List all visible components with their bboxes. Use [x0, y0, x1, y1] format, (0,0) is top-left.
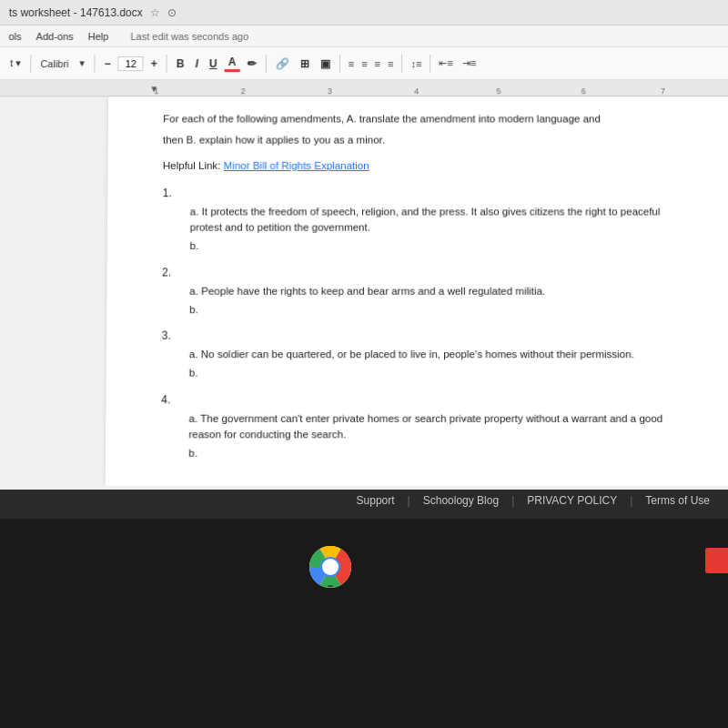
- toolbar-sep-7: [430, 55, 430, 73]
- font-size-minus[interactable]: −: [101, 56, 115, 71]
- item-4-number: 4.: [161, 391, 677, 408]
- toolbar-sep-4: [265, 55, 266, 73]
- item-4-sub-a: a. The government can't enter private ho…: [188, 410, 678, 442]
- ruler-mark-2: 2: [241, 86, 246, 96]
- amendment-item-3: 3. a. No soldier can be quartered, or be…: [161, 328, 677, 382]
- item-4-a-label: a.: [188, 412, 200, 423]
- footer-sep-1: |: [408, 494, 410, 507]
- footer-sep-2: |: [511, 494, 514, 507]
- ruler-marks: 1 2 3 4 5 6 7 ▼: [0, 80, 728, 96]
- amendment-item-1: 1. a. It protects the freedom of speech,…: [162, 185, 676, 255]
- red-notification-button[interactable]: [705, 548, 728, 573]
- toolbar: t ▾ Calibri ▾ − 12 + B I U A ✏ 🔗 ⊞ ▣ ≡ ≡…: [0, 47, 728, 80]
- menu-addons[interactable]: Add-ons: [36, 31, 74, 42]
- menu-help[interactable]: Help: [88, 31, 109, 42]
- align-right[interactable]: ≡: [372, 57, 383, 70]
- footer-privacy[interactable]: PRIVACY POLICY: [527, 494, 617, 507]
- cloud-icon: ⊙: [167, 5, 177, 18]
- ruler-mark-7: 7: [661, 86, 665, 96]
- item-1-a-text: It protects the freedom of speech, relig…: [190, 206, 661, 233]
- font-size-input[interactable]: 12: [118, 56, 144, 71]
- toolbar-sep-3: [167, 55, 167, 73]
- toolbar-sep-5: [339, 55, 340, 73]
- chrome-icon: [309, 546, 351, 588]
- item-2-a-text: People have the rights to keep and bear …: [201, 285, 545, 296]
- footer-blog[interactable]: Schoology Blog: [423, 494, 499, 507]
- item-1-sub-a: a. It protects the freedom of speech, re…: [190, 204, 676, 236]
- helpful-link-anchor[interactable]: Minor Bill of Rights Explanation: [224, 159, 369, 170]
- align-left[interactable]: ≡: [346, 57, 357, 70]
- chrome-icon-container[interactable]: [309, 546, 351, 592]
- item-4-sub-b: b.: [188, 446, 678, 462]
- item-3-sub-a: a. No soldier can be quartered, or be pl…: [189, 347, 677, 363]
- doc-intro-text: For each of the following amendments, A.…: [163, 111, 674, 126]
- document-content[interactable]: For each of the following amendments, A.…: [106, 96, 728, 486]
- image-button[interactable]: ▣: [317, 56, 334, 71]
- menu-bar: ols Add-ons Help Last edit was seconds a…: [0, 25, 728, 47]
- font-dropdown-arrow[interactable]: ▾: [76, 56, 89, 71]
- document-title: ts worksheet - 147613.docx: [9, 5, 143, 18]
- align-buttons: ≡ ≡ ≡ ≡: [346, 57, 397, 70]
- item-2-a-label: a.: [189, 285, 201, 296]
- font-color-button[interactable]: A: [225, 55, 240, 72]
- item-3-sub-b: b.: [189, 366, 677, 382]
- highlight-button[interactable]: ✏: [243, 56, 259, 71]
- item-4-a-text: The government can't enter private homes…: [188, 412, 662, 440]
- doc-subtitle-text: then B. explain how it applies to you as…: [163, 133, 675, 148]
- title-bar: ts worksheet - 147613.docx ☆ ⊙: [0, 0, 728, 25]
- ruler-mark-5: 5: [496, 86, 500, 96]
- star-icon[interactable]: ☆: [150, 5, 160, 18]
- font-style-dropdown[interactable]: t ▾: [6, 56, 25, 71]
- item-2-sub-b: b.: [189, 302, 676, 318]
- ruler-mark-4: 4: [414, 86, 419, 96]
- item-2-number: 2.: [162, 264, 676, 280]
- font-size-plus[interactable]: +: [147, 56, 161, 71]
- amendment-item-2: 2. a. People have the rights to keep and…: [162, 264, 677, 318]
- toolbar-sep-1: [30, 55, 31, 73]
- item-1-a-label: a.: [190, 206, 202, 217]
- underline-button[interactable]: U: [206, 56, 221, 71]
- footer-terms[interactable]: Terms of Use: [645, 494, 710, 507]
- document-area: ts worksheet - 147613.docx ☆ ⊙ ols Add-o…: [0, 0, 728, 490]
- item-1-sub-b: b.: [189, 238, 675, 255]
- ruler-mark-3: 3: [328, 86, 332, 96]
- amendment-item-4: 4. a. The government can't enter private…: [161, 391, 678, 462]
- table-button[interactable]: ⊞: [297, 56, 313, 71]
- helpful-link-line: Helpful Link: Minor Bill of Rights Expla…: [163, 157, 675, 173]
- svg-point-2: [322, 559, 339, 575]
- taskbar: [0, 519, 728, 728]
- item-2-sub-a: a. People have the rights to keep and be…: [189, 283, 676, 299]
- ruler-mark-6: 6: [581, 86, 586, 96]
- indent-more[interactable]: ⇥≡: [460, 56, 480, 70]
- item-3-a-label: a.: [189, 349, 201, 359]
- last-edit-status: Last edit was seconds ago: [130, 31, 248, 42]
- menu-tools[interactable]: ols: [8, 31, 21, 42]
- align-center[interactable]: ≡: [359, 57, 369, 70]
- item-3-a-text: No soldier can be quartered, or be place…: [201, 349, 634, 359]
- ruler: 1 2 3 4 5 6 7 ▼: [0, 80, 728, 96]
- align-justify[interactable]: ≡: [385, 57, 396, 70]
- link-button[interactable]: 🔗: [271, 56, 292, 71]
- line-spacing[interactable]: ↕≡: [408, 57, 424, 70]
- toolbar-sep-6: [401, 55, 402, 73]
- indent-less[interactable]: ⇤≡: [436, 56, 456, 70]
- svg-rect-3: [328, 585, 333, 587]
- item-3-number: 3.: [162, 328, 677, 344]
- item-1-number: 1.: [163, 185, 676, 201]
- bold-button[interactable]: B: [173, 56, 188, 71]
- toolbar-sep-2: [95, 55, 96, 73]
- footer-sep-3: |: [630, 494, 632, 507]
- italic-button[interactable]: I: [192, 56, 202, 71]
- ruler-left-indent[interactable]: ▼: [149, 84, 158, 94]
- font-name[interactable]: Calibri: [36, 57, 72, 70]
- footer-support[interactable]: Support: [357, 494, 395, 507]
- helpful-link-label: Helpful Link:: [163, 159, 221, 170]
